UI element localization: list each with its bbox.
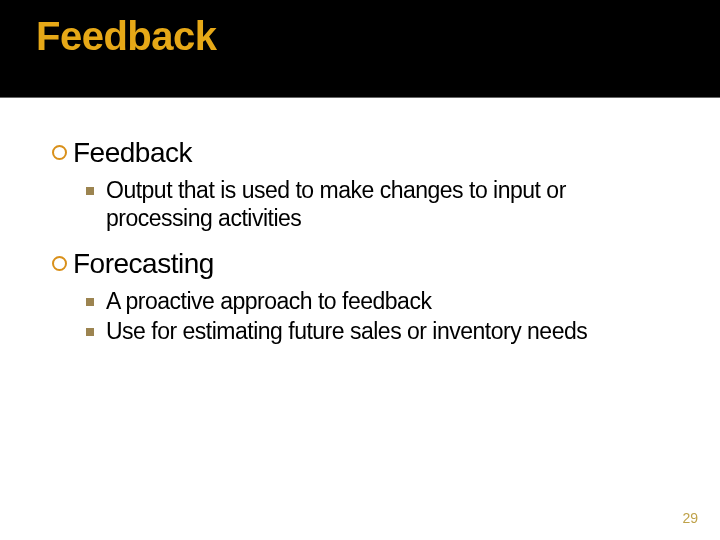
title-band: Feedback <box>0 0 720 98</box>
level2-text: A proactive approach to feedback <box>106 287 431 316</box>
bullet-level2: A proactive approach to feedback <box>86 287 668 316</box>
square-bullet-icon <box>86 298 94 306</box>
square-bullet-icon <box>86 187 94 195</box>
bullet-level1: Forecasting <box>52 247 668 281</box>
level2-list: Output that is used to make changes to i… <box>86 176 668 234</box>
page-number: 29 <box>682 510 698 526</box>
level2-text: Output that is used to make changes to i… <box>106 176 668 234</box>
circle-bullet-icon <box>52 256 67 271</box>
bullet-level2: Use for estimating future sales or inven… <box>86 317 668 346</box>
level2-text: Use for estimating future sales or inven… <box>106 317 587 346</box>
bullet-level1: Feedback <box>52 136 668 170</box>
circle-bullet-icon <box>52 145 67 160</box>
bullet-level2: Output that is used to make changes to i… <box>86 176 668 234</box>
level1-text: Forecasting <box>73 247 214 281</box>
level1-text: Feedback <box>73 136 192 170</box>
content-area: Feedback Output that is used to make cha… <box>0 98 720 346</box>
level2-list: A proactive approach to feedback Use for… <box>86 287 668 347</box>
slide-title: Feedback <box>36 14 720 59</box>
square-bullet-icon <box>86 328 94 336</box>
